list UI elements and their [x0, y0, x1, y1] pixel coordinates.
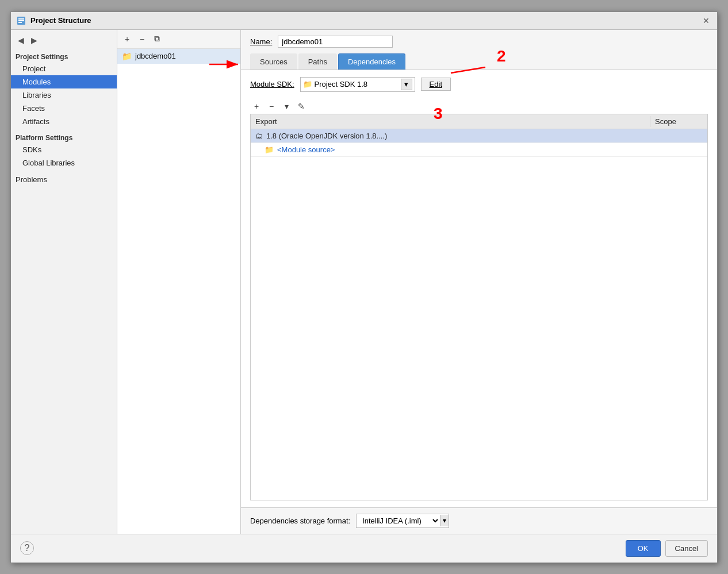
module-item[interactable]: 📁 jdbcdemo01	[117, 49, 240, 64]
module-item-label: jdbcdemo01	[135, 52, 176, 60]
nav-forward-button[interactable]: ▶	[29, 34, 40, 46]
dep-jdk-label: 1.8 (Oracle OpenJDK version 1.8....)	[266, 132, 387, 140]
sidebar-item-artifacts[interactable]: Artifacts	[11, 115, 117, 128]
dep-jdk-icon: 🗂	[255, 132, 263, 140]
content-main: Module SDK: 📁 Project SDK 1.8 ▾ Edit + −…	[241, 70, 717, 507]
footer-format-label: Dependencies storage format:	[250, 517, 350, 525]
edit-dep-button[interactable]: ✎	[295, 100, 308, 113]
platform-settings-label: Platform Settings	[11, 128, 117, 143]
dialog-body: ◀ ▶ Project Settings Project Modules Lib…	[11, 30, 717, 534]
module-list-panel: + − ⧉ 📁 jdbcdemo01	[117, 30, 241, 534]
copy-module-button[interactable]: ⧉	[151, 33, 163, 45]
help-button[interactable]: ?	[20, 541, 34, 555]
dep-dropdown-button[interactable]: ▾	[280, 100, 293, 113]
footer-format-select[interactable]: IntelliJ IDEA (.iml) Eclipse (.classpath…	[357, 514, 440, 527]
sidebar-item-modules[interactable]: Modules	[11, 75, 117, 88]
add-dep-button[interactable]: +	[250, 100, 263, 113]
module-list-items: 📁 jdbcdemo01	[117, 49, 240, 534]
title-bar-left: Project Structure	[17, 16, 91, 25]
footer-format-select-wrap: IntelliJ IDEA (.iml) Eclipse (.classpath…	[356, 514, 449, 528]
ok-button[interactable]: OK	[626, 540, 661, 557]
dep-row-module-source-main: 📁 <Module source>	[251, 145, 650, 154]
sdk-folder-icon: 📁	[303, 80, 312, 88]
tab-sources[interactable]: Sources	[250, 53, 297, 70]
scope-column-header: Scope	[650, 116, 707, 127]
tab-dependencies[interactable]: Dependencies	[338, 53, 405, 70]
sidebar-item-project[interactable]: Project	[11, 62, 117, 75]
deps-table-header: Export Scope	[251, 114, 707, 129]
content-header: Name: Sources Paths Dependencies	[241, 30, 717, 70]
sidebar: ◀ ▶ Project Settings Project Modules Lib…	[11, 30, 117, 534]
footer-dropdown-icon: ▾	[440, 515, 449, 526]
sdk-value: Project SDK 1.8	[315, 80, 399, 88]
name-row: Name:	[250, 36, 708, 48]
module-sdk-row: Module SDK: 📁 Project SDK 1.8 ▾ Edit	[250, 77, 708, 92]
module-sdk-label: Module SDK:	[250, 80, 294, 88]
remove-module-button[interactable]: −	[136, 33, 148, 45]
sidebar-item-facets[interactable]: Facets	[11, 102, 117, 115]
nav-back-button[interactable]: ◀	[16, 34, 26, 46]
sidebar-item-sdks[interactable]: SDKs	[11, 143, 117, 156]
sdk-select-wrap: 📁 Project SDK 1.8 ▾	[300, 77, 415, 92]
dep-module-source-icon: 📁	[265, 145, 274, 154]
content-panel: Name: Sources Paths Dependencies Module …	[241, 30, 717, 534]
module-folder-icon: 📁	[122, 52, 132, 61]
dialog-icon	[17, 16, 26, 25]
sidebar-item-problems[interactable]: Problems	[11, 169, 117, 185]
svg-rect-1	[18, 18, 24, 20]
deps-table: Export Scope 🗂 1.8 (Oracle OpenJDK versi…	[250, 114, 708, 500]
dialog-title: Project Structure	[30, 16, 91, 25]
close-button[interactable]: ✕	[701, 16, 711, 26]
svg-rect-2	[18, 20, 24, 21]
cancel-button[interactable]: Cancel	[665, 540, 708, 557]
title-bar: Project Structure ✕	[11, 12, 717, 30]
name-label: Name:	[250, 37, 272, 46]
nav-back-forward: ◀ ▶	[11, 32, 117, 49]
project-structure-dialog: Project Structure ✕ ◀ ▶ Project Settings…	[10, 11, 718, 563]
tab-paths[interactable]: Paths	[298, 53, 337, 70]
tabs-row: Sources Paths Dependencies	[250, 53, 708, 70]
dep-row-module-source[interactable]: 📁 <Module source>	[251, 143, 707, 157]
project-settings-label: Project Settings	[11, 49, 117, 62]
sidebar-item-global-libraries[interactable]: Global Libraries	[11, 156, 117, 169]
module-list-toolbar: + − ⧉	[117, 30, 240, 49]
dep-row-jdk-main: 🗂 1.8 (Oracle OpenJDK version 1.8....)	[251, 132, 650, 140]
content-footer: Dependencies storage format: IntelliJ ID…	[241, 507, 717, 534]
svg-rect-3	[18, 22, 22, 23]
edit-sdk-button[interactable]: Edit	[421, 78, 451, 91]
sdk-dropdown-button[interactable]: ▾	[401, 79, 412, 90]
dep-module-source-label: <Module source>	[277, 145, 335, 154]
name-input[interactable]	[278, 36, 393, 48]
dep-row-jdk[interactable]: 🗂 1.8 (Oracle OpenJDK version 1.8....)	[251, 129, 707, 143]
add-module-button[interactable]: +	[121, 33, 133, 45]
deps-toolbar: + − ▾ ✎	[250, 100, 708, 113]
export-column-header: Export	[251, 116, 650, 127]
remove-dep-button[interactable]: −	[265, 100, 278, 113]
sidebar-item-libraries[interactable]: Libraries	[11, 88, 117, 102]
dialog-footer: ? OK Cancel	[11, 534, 717, 563]
